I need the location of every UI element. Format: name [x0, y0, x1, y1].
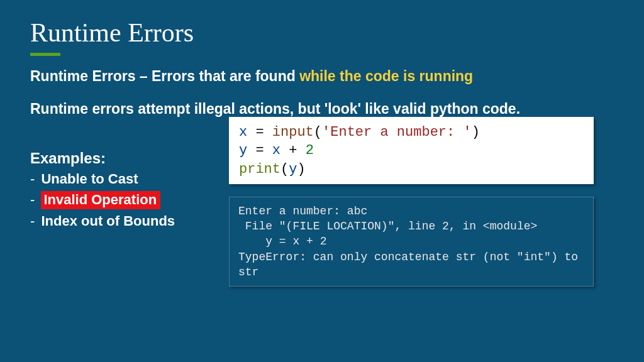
code-var: x [272, 143, 280, 158]
title-underline [30, 53, 60, 56]
code-num: 2 [306, 143, 314, 158]
output-box: Enter a number: abc File "(FILE LOCATION… [229, 197, 594, 287]
code-arg: y [289, 162, 297, 177]
code-string: 'Enter a number: ' [322, 124, 472, 140]
examples-heading: Examples: [30, 150, 219, 167]
example-item: - Unable to Cast [30, 171, 219, 187]
example-item: - Index out of Bounds [30, 213, 219, 229]
content-row: Examples: - Unable to Cast - Invalid Ope… [30, 123, 614, 287]
example-text: Index out of Bounds [41, 213, 175, 229]
code-box: x = input('Enter a number: ') y = x + 2 … [229, 117, 594, 184]
definition-line: Runtime Errors – Errors that are found w… [30, 67, 614, 86]
dash: - [30, 213, 35, 229]
slide-title: Runtime Errors [30, 18, 614, 48]
subdefinition-line: Runtime errors attempt illegal actions, … [30, 100, 596, 118]
definition-highlight: while the code is running [299, 68, 473, 84]
examples-column: Examples: - Unable to Cast - Invalid Ope… [30, 123, 219, 233]
code-fn: input [272, 124, 314, 140]
definition-prefix: Runtime Errors – Errors that are found [30, 68, 299, 84]
code-builtin: print [239, 162, 280, 177]
code-column: x = input('Enter a number: ') y = x + 2 … [229, 117, 594, 287]
code-var: x [239, 124, 247, 140]
code-var: y [239, 143, 247, 158]
example-text-highlighted: Invalid Operation [41, 191, 160, 209]
dash: - [30, 192, 35, 207]
example-item: - Invalid Operation [30, 191, 219, 209]
example-text: Unable to Cast [41, 171, 138, 187]
dash: - [30, 171, 35, 187]
slide-container: Runtime Errors Runtime Errors – Errors t… [0, 0, 644, 299]
